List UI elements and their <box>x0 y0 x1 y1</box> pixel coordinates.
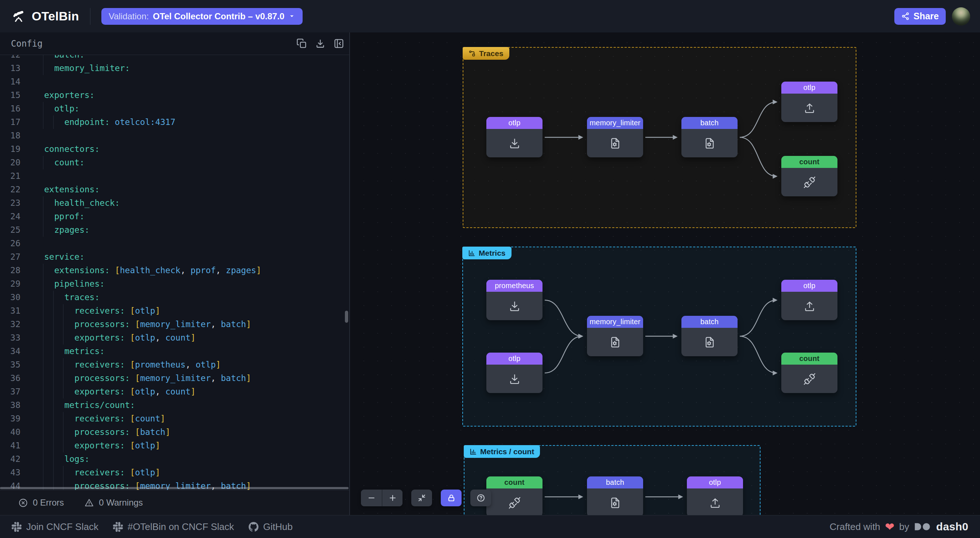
node-label: batch <box>587 476 643 489</box>
node-label: otlp <box>687 476 743 489</box>
node-metrics-count-connector[interactable]: count <box>781 352 837 393</box>
code-line-41: 41 exporters: [otlp] <box>0 439 349 452</box>
validation-status-bar: 0 Errors0 Warnings <box>0 490 350 515</box>
zoom-out-button[interactable] <box>361 490 382 506</box>
code-line-39: 39 receivers: [count] <box>0 412 349 425</box>
editor-horizontal-scrollbar[interactable] <box>0 487 348 489</box>
code-line-28: 28 extensions: [health_check, pprof, zpa… <box>0 264 349 277</box>
line-number: 42 <box>0 452 21 466</box>
user-avatar[interactable] <box>952 7 970 25</box>
node-metrics-otlp-receiver[interactable]: otlp <box>486 352 542 393</box>
circle-x-icon <box>18 498 28 508</box>
github-link[interactable]: GitHub <box>249 521 293 533</box>
line-number: 19 <box>0 143 21 156</box>
plus-icon <box>388 494 397 502</box>
status-label: 0 Warnings <box>99 498 143 508</box>
node-label: memory_limiter <box>587 117 643 129</box>
group-label-metrics-count: Metrics / count <box>464 445 540 458</box>
code-line-20: 20 count: <box>0 156 349 169</box>
code-line-23: 23 health_check: <box>0 196 349 210</box>
join-cncf-slack-link[interactable]: Join CNCF Slack <box>12 521 99 533</box>
node-mcount-otlp-exporter[interactable]: otlp <box>687 476 743 515</box>
lock-button[interactable] <box>441 490 461 506</box>
footer-link-label: GitHub <box>263 521 293 533</box>
code-line-21: 21 <box>0 169 349 183</box>
line-number: 37 <box>0 385 21 398</box>
otelbin-cncf-slack-link[interactable]: #OTelBin on CNCF Slack <box>113 521 234 533</box>
line-number: 36 <box>0 371 21 385</box>
node-metrics-prometheus-receiver[interactable]: prometheus <box>486 280 542 320</box>
line-number: 15 <box>0 89 21 102</box>
editor-vertical-scrollbar[interactable] <box>345 311 348 323</box>
warning-icon <box>84 498 94 508</box>
line-number: 21 <box>0 169 21 183</box>
footer-link-label: #OTelBin on CNCF Slack <box>127 521 234 533</box>
node-metrics-memory-limiter-processor[interactable]: memory_limiter <box>587 316 643 356</box>
code-line-27: 27service: <box>0 250 349 264</box>
collapse-panel-button[interactable] <box>334 38 344 49</box>
line-number: 25 <box>0 223 21 237</box>
code-line-34: 34 metrics: <box>0 344 349 358</box>
node-label: batch <box>681 117 738 129</box>
node-traces-count-connector[interactable]: count <box>781 156 837 196</box>
zoom-in-button[interactable] <box>382 490 402 506</box>
file-cog-icon <box>681 328 738 356</box>
pipeline-canvas[interactable]: TracesMetricsMetrics / countotlpmemory_l… <box>351 32 980 515</box>
route-icon <box>468 50 476 57</box>
line-number: 40 <box>0 425 21 439</box>
footer-link-label: Join CNCF Slack <box>26 521 99 533</box>
upload-icon <box>781 94 837 122</box>
validation-dropdown[interactable]: Validation: OTel Collector Contrib – v0.… <box>101 8 302 25</box>
slack-icon <box>12 522 22 532</box>
config-panel-title: Config <box>11 39 43 49</box>
download-config-button[interactable] <box>315 38 326 49</box>
node-traces-memory-limiter-processor[interactable]: memory_limiter <box>587 117 643 157</box>
help-button[interactable] <box>470 490 491 506</box>
copy-config-button[interactable] <box>296 38 307 49</box>
share-button[interactable]: Share <box>894 8 946 25</box>
help-icon <box>477 494 485 502</box>
code-line-22: 22extensions: <box>0 183 349 196</box>
node-metrics-batch-processor[interactable]: batch <box>681 316 738 356</box>
node-label: batch <box>681 316 738 328</box>
line-number: 20 <box>0 156 21 169</box>
line-number: 14 <box>0 75 21 89</box>
zoom-button-group <box>361 490 402 506</box>
credit-suffix: by <box>899 521 909 533</box>
line-number: 22 <box>0 183 21 196</box>
download-icon <box>486 365 542 393</box>
code-line-32: 32 processors: [memory_limiter, batch] <box>0 317 349 331</box>
otelbin-logo-icon <box>11 9 26 24</box>
yaml-editor[interactable]: 12 batch:13 memory_limiter:1415exporters… <box>0 55 349 490</box>
line-number: 34 <box>0 344 21 358</box>
code-line-37: 37 exporters: [otlp, count] <box>0 385 349 398</box>
warnings-status: 0 Warnings <box>84 498 143 508</box>
line-number: 32 <box>0 317 21 331</box>
code-line-24: 24 pprof: <box>0 210 349 223</box>
unplug-icon <box>781 168 837 196</box>
fit-icon <box>417 494 426 502</box>
validation-value: OTel Collector Contrib – v0.87.0 <box>153 11 285 22</box>
group-label-text: Metrics / count <box>480 447 534 456</box>
line-number: 23 <box>0 196 21 210</box>
node-mcount-count-connector[interactable]: count <box>486 476 542 515</box>
fit-view-button[interactable] <box>411 490 432 506</box>
dash0-logo-icon <box>914 523 932 531</box>
node-metrics-otlp-exporter[interactable]: otlp <box>781 280 837 320</box>
node-label: otlp <box>486 117 542 129</box>
node-traces-batch-processor[interactable]: batch <box>681 117 738 157</box>
node-traces-otlp-exporter[interactable]: otlp <box>781 82 837 122</box>
code-line-38: 38 metrics/count: <box>0 398 349 412</box>
node-traces-otlp-receiver[interactable]: otlp <box>486 117 542 157</box>
code-line-12: 12 batch: <box>0 55 349 62</box>
line-number: 24 <box>0 210 21 223</box>
code-line-36: 36 processors: [memory_limiter, batch] <box>0 371 349 385</box>
code-line-35: 35 receivers: [prometheus, otlp] <box>0 358 349 371</box>
app-footer: Join CNCF Slack#OTelBin on CNCF SlackGit… <box>0 515 980 538</box>
code-line-15: 15exporters: <box>0 89 349 102</box>
lock-icon <box>447 494 456 502</box>
logo: OTelBin <box>0 9 79 24</box>
config-panel-header: Config <box>0 32 349 55</box>
errors-status: 0 Errors <box>18 498 64 508</box>
node-mcount-batch-processor[interactable]: batch <box>587 476 643 515</box>
